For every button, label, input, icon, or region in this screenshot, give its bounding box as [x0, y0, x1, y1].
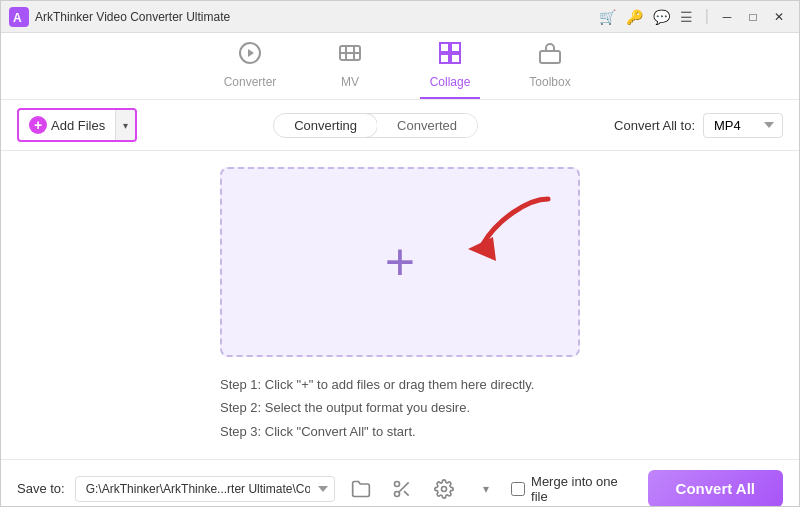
svg-marker-3 [248, 49, 254, 57]
instruction-3: Step 3: Click "Convert All" to start. [220, 420, 580, 443]
settings-dropdown-button[interactable]: ▾ [470, 473, 502, 505]
instructions: Step 1: Click "+" to add files or drag t… [220, 373, 580, 443]
save-to-label: Save to: [17, 481, 65, 496]
cart-icon[interactable]: 🛒 [599, 9, 616, 25]
bottom-bar: Save to: G:\ArkThinker\ArkThinke...rter … [1, 459, 799, 507]
collage-icon [438, 41, 462, 71]
svg-text:A: A [13, 11, 22, 25]
bottom-right: Merge into one file Convert All [511, 470, 783, 507]
maximize-button[interactable]: □ [741, 7, 765, 27]
cut-off-button[interactable] [386, 473, 418, 505]
add-files-main[interactable]: + Add Files [19, 112, 115, 138]
svg-rect-6 [451, 43, 460, 52]
convert-all-to-label: Convert All to: [614, 118, 695, 133]
svg-rect-7 [440, 54, 449, 63]
plus-icon: + [29, 116, 47, 134]
instruction-1: Step 1: Click "+" to add files or drag t… [220, 373, 580, 396]
titlebar-icons: 🛒 🔑 💬 ☰ [599, 9, 693, 25]
titlebar: A ArkThinker Video Converter Ultimate 🛒 … [1, 1, 799, 33]
add-files-button[interactable]: + Add Files ▾ [17, 108, 137, 142]
arrow-icon [418, 189, 578, 289]
tab-toolbox[interactable]: Toolbox [520, 41, 580, 99]
svg-point-16 [441, 486, 446, 491]
merge-checkbox-label[interactable]: Merge into one file [511, 474, 635, 504]
feedback-icon[interactable]: 💬 [653, 9, 670, 25]
subtab-converting[interactable]: Converting [273, 113, 378, 138]
add-files-label: Add Files [51, 118, 105, 133]
svg-line-14 [404, 491, 409, 496]
toolbar: + Add Files ▾ Converting Converted Conve… [1, 100, 799, 151]
cut-icon [392, 479, 412, 499]
merge-label: Merge into one file [531, 474, 635, 504]
save-path-select[interactable]: G:\ArkThinker\ArkThinke...rter Ultimate\… [75, 476, 335, 502]
window-controls: | ─ □ ✕ [701, 7, 791, 27]
tab-mv-label: MV [341, 75, 359, 89]
drop-plus-icon: + [385, 236, 415, 288]
convert-all-to: Convert All to: MP4 MKV AVI MOV WMV [614, 113, 783, 138]
svg-rect-8 [451, 54, 460, 63]
app-logo: A [9, 7, 29, 27]
subtabs: Converting Converted [273, 113, 478, 138]
app-title: ArkThinker Video Converter Ultimate [35, 10, 599, 24]
subtab-converted[interactable]: Converted [377, 114, 477, 137]
tab-converter[interactable]: Converter [220, 41, 280, 99]
convert-all-button[interactable]: Convert All [648, 470, 783, 507]
settings-button[interactable] [428, 473, 460, 505]
mv-icon [338, 41, 362, 71]
nav-tabs: Converter MV Collage [1, 33, 799, 100]
tab-converter-label: Converter [224, 75, 277, 89]
converter-icon [238, 41, 262, 71]
main-content: + Step 1: Click "+" to add files or drag… [1, 151, 799, 459]
close-button[interactable]: ✕ [767, 7, 791, 27]
gear-icon [434, 479, 454, 499]
svg-rect-5 [440, 43, 449, 52]
open-folder-button[interactable] [345, 473, 377, 505]
tab-mv[interactable]: MV [320, 41, 380, 99]
toolbox-icon [538, 41, 562, 71]
folder-icon [351, 479, 371, 499]
svg-marker-10 [468, 237, 496, 261]
tab-collage-label: Collage [430, 75, 471, 89]
svg-point-12 [395, 491, 400, 496]
svg-rect-9 [540, 51, 560, 63]
instruction-2: Step 2: Select the output format you des… [220, 396, 580, 419]
tab-collage[interactable]: Collage [420, 41, 480, 99]
merge-checkbox[interactable] [511, 482, 525, 496]
menu-icon[interactable]: ☰ [680, 9, 693, 25]
tab-toolbox-label: Toolbox [529, 75, 570, 89]
format-select[interactable]: MP4 MKV AVI MOV WMV [703, 113, 783, 138]
add-files-dropdown-arrow[interactable]: ▾ [115, 110, 135, 140]
drop-zone[interactable]: + [220, 167, 580, 357]
key-icon[interactable]: 🔑 [626, 9, 643, 25]
minimize-button[interactable]: ─ [715, 7, 739, 27]
